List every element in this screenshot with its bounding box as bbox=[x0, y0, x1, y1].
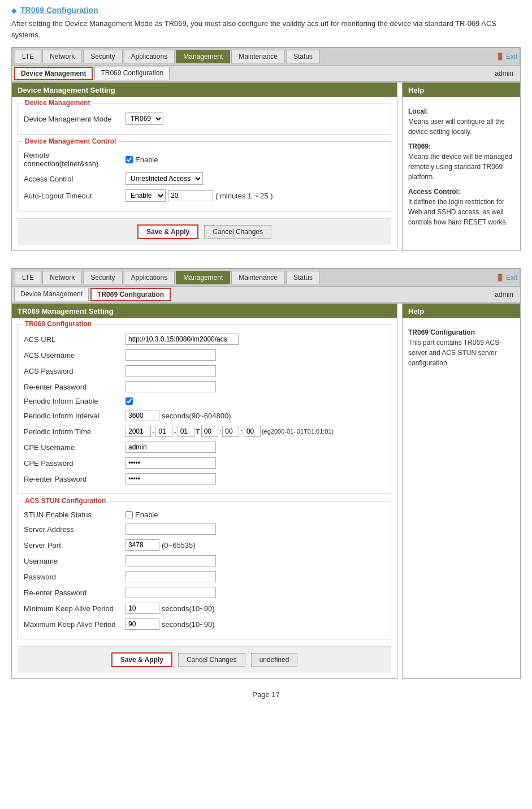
periodic-inform-interval-row: Periodic Inform Interval seconds(90~6048… bbox=[24, 410, 385, 421]
remote-conn-label: Remote connection(telnet&ssh) bbox=[24, 151, 126, 168]
exit-button-2[interactable]: 🚪 Exit bbox=[496, 274, 517, 282]
device-control-title: Device Management Control bbox=[23, 137, 118, 145]
access-control-label: Access Control bbox=[24, 175, 126, 183]
cpe-username-input[interactable] bbox=[126, 442, 216, 453]
tab-status-1[interactable]: Status bbox=[286, 50, 320, 63]
tab-management-2[interactable]: Management bbox=[176, 271, 230, 284]
intro-text: After setting the Device Management Mode… bbox=[11, 18, 521, 40]
exit-button-1[interactable]: 🚪 Exit bbox=[496, 53, 517, 60]
device-mode-row: Device Management Mode TR069 Local bbox=[24, 113, 385, 125]
sub-tab-device-mgmt-2[interactable]: Device Management bbox=[14, 288, 89, 301]
cpe-password-input[interactable] bbox=[126, 457, 216, 469]
sub-nav-1: Device Management TR069 Configuration bbox=[14, 67, 171, 80]
max-keepalive-group: seconds(10~90) bbox=[126, 618, 215, 630]
exit-label-1: Exit bbox=[506, 53, 517, 60]
auto-logout-enable-select[interactable]: Enable Disable bbox=[126, 189, 166, 202]
pit-sec-input[interactable] bbox=[244, 426, 261, 437]
periodic-inform-enable-checkbox[interactable] bbox=[126, 397, 133, 405]
acs-reenter-input[interactable] bbox=[126, 381, 216, 392]
min-keepalive-row: Minimum Keep Alive Period seconds(10~90) bbox=[24, 603, 385, 614]
device-mode-select[interactable]: TR069 Local bbox=[126, 113, 163, 125]
tab-lte-1[interactable]: LTE bbox=[15, 50, 41, 63]
btn-row-2: Save & Apply Cancel Changes undefined bbox=[18, 646, 391, 673]
auto-logout-input[interactable] bbox=[168, 190, 213, 201]
stun-username-input[interactable] bbox=[126, 555, 216, 566]
periodic-inform-time-group: - - T : : (eg20 bbox=[126, 426, 334, 437]
right-panel-2: Help TR069 Configuration This part conta… bbox=[402, 304, 521, 679]
acs-password-input[interactable] bbox=[126, 365, 216, 377]
help-body-2: TR069 Configuration This part contains T… bbox=[403, 318, 520, 373]
tab-applications-2[interactable]: Applications bbox=[124, 271, 175, 284]
tab-network-2[interactable]: Network bbox=[42, 271, 82, 284]
cpe-password-row: CPE Password bbox=[24, 457, 385, 469]
server-port-group: (0~65535) bbox=[126, 539, 196, 551]
acs-username-input[interactable] bbox=[126, 349, 216, 361]
tab-network-1[interactable]: Network bbox=[42, 50, 82, 63]
max-keepalive-row: Maximum Keep Alive Period seconds(10~90) bbox=[24, 618, 385, 630]
stun-reenter-input[interactable] bbox=[126, 587, 216, 598]
periodic-inform-enable-row: Periodic Inform Enable bbox=[24, 397, 385, 405]
tab-security-1[interactable]: Security bbox=[83, 50, 122, 63]
pit-t: T bbox=[196, 427, 200, 436]
sub-tab-device-mgmt-1[interactable]: Device Management bbox=[14, 67, 93, 80]
undefined-button-2[interactable]: undefined bbox=[251, 653, 298, 667]
tab-maintenance-1[interactable]: Maintenance bbox=[231, 50, 285, 63]
acs-reenter-label: Re-enter Password bbox=[24, 383, 126, 391]
server-port-input[interactable] bbox=[126, 539, 159, 551]
tab-lte-2[interactable]: LTE bbox=[15, 271, 41, 284]
server-port-label: Server Port bbox=[24, 541, 126, 550]
save-apply-button-2[interactable]: Save & Apply bbox=[111, 652, 172, 667]
nav-bar-wrapper-1: LTE Network Security Applications Manage… bbox=[11, 47, 521, 83]
nav-right-2: 🚪 Exit bbox=[496, 274, 517, 282]
acs-password-row: ACS Password bbox=[24, 365, 385, 377]
sub-tab-tr069-config-1[interactable]: TR069 Configuration bbox=[94, 67, 170, 80]
periodic-inform-interval-input[interactable] bbox=[126, 410, 159, 421]
pit-day-input[interactable] bbox=[178, 426, 194, 437]
tab-maintenance-2[interactable]: Maintenance bbox=[231, 271, 285, 284]
btn-row-1: Save & Apply Cancel Changes bbox=[18, 218, 391, 245]
stun-enable-checkbox[interactable] bbox=[126, 511, 133, 518]
pit-year-input[interactable] bbox=[126, 426, 151, 437]
cpe-username-row: CPE Username bbox=[24, 442, 385, 453]
max-keepalive-input[interactable] bbox=[126, 618, 159, 630]
device-control-box: Device Management Control Remote connect… bbox=[18, 141, 391, 211]
nav-bar-1: LTE Network Security Applications Manage… bbox=[12, 47, 520, 66]
acs-username-label: ACS Username bbox=[24, 351, 126, 360]
remote-conn-text: Enable bbox=[135, 155, 158, 164]
exit-label-2: Exit bbox=[506, 274, 517, 282]
cpe-username-label: CPE Username bbox=[24, 443, 126, 452]
pit-month-input[interactable] bbox=[155, 426, 172, 437]
pit-sep4: : bbox=[240, 427, 243, 436]
cpe-reenter-row: Re-enter Password bbox=[24, 473, 385, 484]
section1-wrapper: LTE Network Security Applications Manage… bbox=[11, 47, 521, 251]
device-management-content: Device Management Mode TR069 Local bbox=[24, 113, 385, 125]
acs-url-input[interactable] bbox=[126, 334, 239, 345]
access-control-select[interactable]: Unrestricted Access Restricted Access bbox=[126, 172, 203, 185]
tab-status-2[interactable]: Status bbox=[286, 271, 320, 284]
min-keepalive-input[interactable] bbox=[126, 603, 159, 614]
cancel-button-1[interactable]: Cancel Changes bbox=[204, 225, 271, 239]
help-access-desc: It defines the login restriction for Web… bbox=[408, 197, 514, 227]
remote-conn-checkbox[interactable] bbox=[126, 156, 133, 163]
sub-tab-tr069-config-2[interactable]: TR069 Configuration bbox=[90, 288, 171, 301]
save-apply-button-1[interactable]: Save & Apply bbox=[137, 224, 198, 239]
admin-label-1: admin bbox=[495, 70, 518, 77]
tab-management-1[interactable]: Management bbox=[176, 50, 230, 63]
pit-hint2: 01T01:01:01) bbox=[297, 428, 334, 435]
pit-min-input[interactable] bbox=[222, 426, 239, 437]
auto-logout-hint: ( minutes:1 ~ 25 ) bbox=[215, 192, 273, 200]
page-footer: Page 17 bbox=[11, 690, 521, 699]
server-address-input[interactable] bbox=[126, 524, 216, 535]
pit-hour-input[interactable] bbox=[201, 426, 218, 437]
stun-password-input[interactable] bbox=[126, 571, 216, 582]
section2-wrapper: LTE Network Security Applications Manage… bbox=[11, 268, 521, 679]
tab-security-2[interactable]: Security bbox=[83, 271, 122, 284]
cancel-button-2[interactable]: Cancel Changes bbox=[178, 653, 245, 667]
tab-applications-1[interactable]: Applications bbox=[124, 50, 175, 63]
tr069-config-title: TR069 Configuration bbox=[23, 320, 94, 328]
stun-username-label: Username bbox=[24, 557, 126, 565]
cpe-reenter-input[interactable] bbox=[126, 473, 216, 484]
auto-logout-row: Auto-Logout Timeout Enable Disable ( min… bbox=[24, 189, 385, 202]
server-port-row: Server Port (0~65535) bbox=[24, 539, 385, 551]
help-tr069-config-term: TR069 Configuration bbox=[408, 327, 514, 338]
